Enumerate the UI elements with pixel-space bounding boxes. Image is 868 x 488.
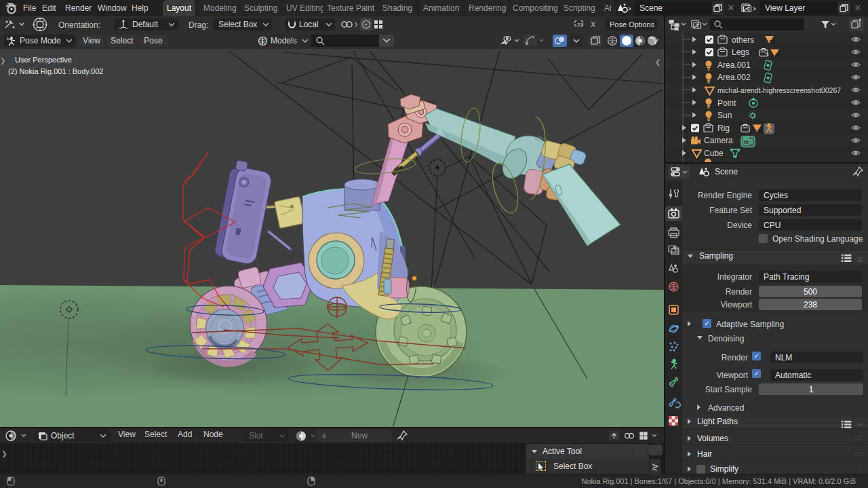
svg-text:Legs: Legs: [732, 48, 749, 57]
svg-text:Area.001: Area.001: [717, 60, 751, 70]
svg-text:31: 31: [769, 39, 775, 45]
svg-text:michal-arendt-highresscreensho: michal-arendt-highresscreenshot00267: [717, 86, 841, 94]
svg-text:Rig: Rig: [717, 124, 730, 133]
svg-text:5: 5: [766, 52, 769, 58]
svg-text:53: 53: [577, 22, 583, 28]
svg-text:others: others: [732, 35, 754, 45]
svg-text:46: 46: [774, 52, 781, 58]
svg-text:Cube: Cube: [704, 149, 724, 158]
svg-text:Area.002: Area.002: [717, 73, 751, 82]
svg-text:Point: Point: [717, 98, 736, 108]
svg-text:35: 35: [757, 128, 763, 134]
svg-text:Sun: Sun: [717, 111, 732, 120]
svg-text:X: X: [591, 20, 596, 29]
svg-text:Camera: Camera: [704, 136, 733, 145]
